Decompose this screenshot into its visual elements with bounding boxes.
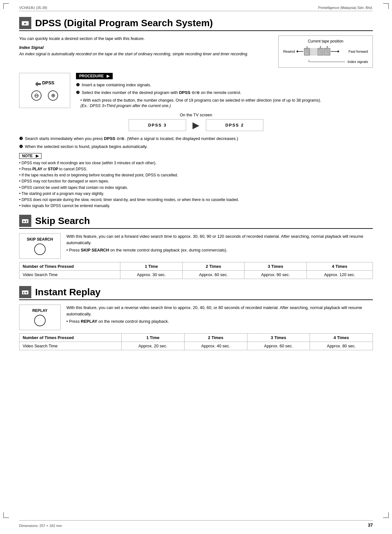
replay-col-2: 2 Times	[184, 334, 247, 342]
replay-row0-col1: Approx. 20 sec.	[122, 342, 185, 350]
dpss-plus-btn: ⊕	[48, 90, 58, 101]
corner-mark-tr	[383, 3, 389, 9]
skip-search-icon-svg	[22, 217, 29, 224]
step-3-text: Search starts immediately when you press…	[25, 135, 238, 142]
page-header: VCH818U (35-39) Printelligence (Malaysia…	[19, 6, 373, 11]
tape-index-label: └────────────── Index signals	[283, 59, 368, 65]
step-2-sub: • With each press of the button, the num…	[80, 97, 373, 104]
dpss-minus-btn: ⊖	[31, 90, 41, 101]
skip-search-title: Skip Search	[35, 215, 90, 226]
tv-screen-block: On the TV screen DPSS 3 ▶ DPSS 2	[19, 112, 373, 131]
skip-search-row0-col3: Approx. 90 sec.	[245, 271, 306, 279]
replay-row0-col0: Video Search Time	[19, 342, 122, 350]
replay-button-circle	[34, 315, 46, 326]
dpss-minus-icon: ⊖	[34, 92, 39, 99]
step-3: ❸ Search starts immediately when you pre…	[19, 135, 373, 142]
skip-search-col-0: Number of Times Pressed	[19, 262, 120, 271]
fast-forward-label: Fast forward	[349, 49, 368, 55]
footer-dimensions: Dimensions: 257 × 182 mm	[19, 524, 62, 528]
svg-rect-25	[22, 290, 28, 294]
dpss-device-label: DPSS	[42, 80, 54, 85]
tape-illustration: 1 2 3	[296, 46, 347, 58]
header-right: Printelligence (Malaysia) Sdn. Bhd.	[318, 6, 373, 10]
instant-replay-feature-block: REPLAY With this feature, you can set a …	[19, 305, 373, 330]
dpss-device-buttons: ⊖ ⊕	[31, 90, 58, 101]
step-2-italic: (Ex.: DPSS 3=Third program after the cur…	[80, 104, 373, 108]
note-label: NOTE	[22, 154, 33, 158]
replay-col-0: Number of Times Pressed	[19, 334, 122, 342]
skip-search-table-row-0: Video Search Time Approx. 30 sec. Approx…	[19, 271, 373, 279]
replay-row0-col3: Approx. 60 sec.	[247, 342, 310, 350]
step-4: ❹ When the selected section is found, pl…	[19, 143, 373, 150]
instant-replay-description: With this feature, you can set a reverse…	[66, 305, 373, 317]
skip-search-button-label: SKIP SEARCH	[27, 237, 53, 242]
note-header: NOTE ▶	[19, 153, 41, 159]
skip-search-table: Number of Times Pressed 1 Time 2 Times 3…	[19, 262, 373, 279]
step-4-num: ❹	[19, 143, 23, 150]
dpss-device-image: DPSS ⊖ ⊕	[19, 73, 70, 108]
tape-visual: Rewind	[283, 46, 368, 58]
corner-mark-tl	[3, 3, 9, 9]
numbered-steps-3-4: ❸ Search starts immediately when you pre…	[19, 135, 373, 150]
replay-col-1: 1 Time	[122, 334, 185, 342]
step-2-text: Select the index number of the desired p…	[82, 89, 241, 96]
note-item-5: The starting point of a program may vary…	[19, 191, 373, 197]
dpss-title-row: DPSS (Digital Program Search System)	[19, 17, 373, 31]
svg-marker-4	[296, 50, 298, 53]
step-2-num: ❷	[76, 89, 80, 96]
dpss-intro-block: You can quickly locate a desired section…	[19, 35, 373, 68]
skip-search-feature-block: SKIP SEARCH With this feature, you can s…	[19, 233, 373, 259]
note-item-0: DPSS may not work if recordings are too …	[19, 160, 373, 166]
instant-replay-text: With this feature, you can set a reverse…	[66, 305, 373, 330]
replay-row0-col4: Approx. 80 sec.	[310, 342, 373, 350]
header-left: VCH818U (35-39)	[19, 6, 47, 10]
procedure-step-1: ❶ Insert a tape containing index signals…	[76, 82, 373, 88]
skip-search-col-1: 1 Time	[120, 262, 182, 271]
dpss-icon-svg	[22, 19, 29, 27]
skip-search-image: SKIP SEARCH	[19, 233, 61, 259]
tv-screen-arrow: ▶	[192, 120, 200, 130]
tv-screen-1: DPSS 3	[129, 119, 186, 131]
procedure-steps: PROCEDURE ▶ ❶ Insert a tape containing i…	[76, 73, 373, 108]
index-signals-label: Index signals	[348, 59, 368, 65]
corner-mark-bl	[3, 512, 9, 518]
tape-title: Current tape position	[283, 38, 368, 44]
tape-diagram: Current tape position Rewind	[278, 35, 373, 68]
dpss-intro-text: You can quickly locate a desired section…	[19, 35, 273, 68]
dpss-intro-para: You can quickly locate a desired section…	[19, 35, 273, 42]
page-number: 37	[368, 522, 373, 528]
replay-col-3: 3 Times	[247, 334, 310, 342]
step-1-num: ❶	[76, 82, 80, 88]
note-arrow: ▶	[36, 154, 39, 158]
tv-screen-label: On the TV screen	[19, 112, 373, 117]
note-item-6: DPSS does not operate during the slow, r…	[19, 197, 373, 203]
skip-search-section: Skip Search SKIP SEARCH With this featur…	[19, 215, 373, 279]
svg-text:1: 1	[306, 46, 308, 49]
skip-search-description: With this feature, you can set a forward…	[66, 233, 373, 246]
instant-replay-bullet: • Press REPLAY on the remote control dur…	[66, 318, 373, 325]
skip-search-col-4: 4 Times	[306, 262, 373, 271]
replay-row0-col2: Approx. 40 sec.	[184, 342, 247, 350]
rewind-label: Rewind	[283, 49, 295, 55]
corner-mark-br	[383, 512, 389, 518]
skip-search-button-circle	[34, 244, 46, 255]
page-footer: Dimensions: 257 × 182 mm 37	[19, 520, 373, 528]
procedure-arrow: ▶	[107, 74, 109, 78]
procedure-block: DPSS ⊖ ⊕ PROCEDURE ▶ ❶ Insert a tape con…	[19, 73, 373, 108]
step-2-sub-text: With each press of the button, the numbe…	[83, 98, 321, 103]
note-item-7: Index signals for DPSS cannot be entered…	[19, 203, 373, 209]
instant-replay-table-header-row: Number of Times Pressed 1 Time 2 Times 3…	[19, 334, 373, 342]
svg-marker-21	[35, 81, 41, 87]
replay-col-4: 4 Times	[310, 334, 373, 342]
svg-rect-22	[22, 219, 28, 223]
index-signal-title: Index Signal	[19, 44, 273, 51]
skip-search-row0-col2: Approx. 60 sec.	[182, 271, 244, 279]
skip-search-row0-col0: Video Search Time	[19, 271, 120, 279]
skip-search-icon	[19, 215, 31, 227]
note-item-3: DPSS may not function for damaged or wor…	[19, 178, 373, 184]
skip-search-row0-col1: Approx. 30 sec.	[120, 271, 182, 279]
instant-replay-table-row-0: Video Search Time Approx. 20 sec. Approx…	[19, 342, 373, 350]
instant-replay-image: REPLAY	[19, 305, 61, 330]
replay-button-label: REPLAY	[32, 308, 48, 313]
skip-search-col-3: 3 Times	[245, 262, 306, 271]
